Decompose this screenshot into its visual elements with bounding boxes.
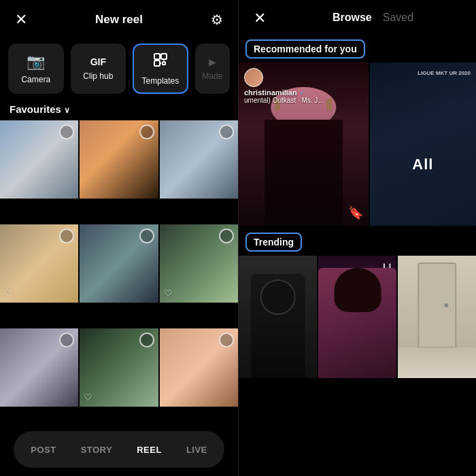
right-close-button[interactable]: ✕ xyxy=(250,10,270,27)
right-header: ✕ Browse Saved xyxy=(239,0,476,37)
user-name-row: christinamilian ✓ xyxy=(244,88,326,97)
grid-cell-1[interactable] xyxy=(0,120,78,199)
select-circle[interactable] xyxy=(219,228,234,243)
nav-live[interactable]: LIVE xyxy=(181,441,213,459)
settings-button[interactable]: ⚙ xyxy=(207,10,227,30)
grid-cell-4[interactable]: ♡ xyxy=(0,224,78,303)
tab-made[interactable]: ▶ Made xyxy=(195,44,230,94)
page-title: New reel xyxy=(31,13,207,27)
user-info: christinamilian ✓ umental) Outkast · Ms.… xyxy=(244,68,326,104)
select-circle[interactable] xyxy=(139,333,154,347)
favourites-label: Favourites xyxy=(10,103,61,115)
tab-saved[interactable]: Saved xyxy=(383,12,413,25)
trending-card-1[interactable] xyxy=(239,256,317,378)
made-icon: ▶ xyxy=(209,56,216,67)
grid-cell-2[interactable] xyxy=(80,120,158,199)
select-circle[interactable] xyxy=(219,333,234,347)
heart-icon: ♡ xyxy=(4,288,13,299)
league-badge: LIGUE MKT UR 2020 xyxy=(418,69,471,77)
grid-cell-3[interactable] xyxy=(160,120,238,199)
nav-story[interactable]: STORY xyxy=(75,441,118,459)
user-avatar xyxy=(244,68,263,87)
tab-row: 📷 Camera GIF Clip hub Templates ▶ M xyxy=(0,39,238,101)
svg-rect-1 xyxy=(161,54,167,59)
template-card-1[interactable]: christinamilian ✓ umental) Outkast · Ms.… xyxy=(239,63,369,226)
recommended-section-label: Recommended for you xyxy=(245,39,365,58)
tab-templates-label: Templates xyxy=(142,76,180,86)
tab-camera[interactable]: 📷 Camera xyxy=(8,44,64,94)
grid-cell-7[interactable] xyxy=(0,328,78,407)
door xyxy=(418,262,457,348)
tab-made-label: Made xyxy=(202,71,222,81)
nav-post[interactable]: POST xyxy=(25,441,61,459)
left-header: ✕ New reel ⚙ xyxy=(0,0,238,39)
select-circle[interactable] xyxy=(139,124,154,139)
templates-area: Recommended for you xyxy=(239,37,476,476)
select-circle[interactable] xyxy=(219,124,234,139)
verified-badge: ✓ xyxy=(299,89,305,97)
bottom-nav: POST STORY REEL LIVE xyxy=(14,431,224,468)
bookmark-icon[interactable]: 🔖 xyxy=(348,205,363,220)
svg-rect-3 xyxy=(163,62,165,65)
right-tabs: Browse Saved xyxy=(281,12,465,25)
favourites-bar[interactable]: Favourites ∨ xyxy=(0,101,238,120)
grid-cell-9[interactable] xyxy=(160,328,238,407)
tab-browse[interactable]: Browse xyxy=(333,12,372,25)
chevron-down-icon: ∨ xyxy=(64,105,70,115)
camera-icon: 📷 xyxy=(27,53,45,71)
select-circle[interactable] xyxy=(59,124,74,139)
grid-cell-6[interactable]: ♡ xyxy=(160,224,238,303)
right-panel: ✕ Browse Saved Recommended for you xyxy=(238,0,476,476)
select-circle[interactable] xyxy=(59,333,74,347)
trending-card-2[interactable]: ليل xyxy=(318,256,396,378)
tab-clip-hub-label: Clip hub xyxy=(83,71,113,81)
grid-cell-8[interactable]: ♡ xyxy=(80,328,158,407)
select-circle[interactable] xyxy=(139,228,154,243)
recommended-row: christinamilian ✓ umental) Outkast · Ms.… xyxy=(239,63,476,226)
trending-row: ليل xyxy=(239,256,476,378)
svg-rect-2 xyxy=(154,61,160,66)
trending-section-label: Trending xyxy=(245,233,302,252)
nav-reel[interactable]: REEL xyxy=(131,441,167,459)
tab-templates[interactable]: Templates xyxy=(133,44,188,94)
grid-cell-5[interactable] xyxy=(80,224,158,303)
gif-icon: GIF xyxy=(90,56,106,67)
template-card-2[interactable]: All LIGUE MKT UR 2020 xyxy=(370,63,476,226)
templates-icon xyxy=(152,52,169,72)
song-text: umental) Outkast · Ms. Ja... xyxy=(244,97,326,104)
close-button[interactable]: ✕ xyxy=(11,10,31,30)
left-panel: ✕ New reel ⚙ 📷 Camera GIF Clip hub xyxy=(0,0,238,476)
heart-icon: ♡ xyxy=(84,392,92,403)
tab-camera-label: Camera xyxy=(21,75,50,84)
username: christinamilian xyxy=(244,88,297,97)
svg-rect-0 xyxy=(154,54,160,59)
heart-icon: ♡ xyxy=(164,288,173,299)
select-circle[interactable] xyxy=(59,228,74,243)
trending-card-3[interactable] xyxy=(398,256,476,378)
photo-grid: ♡ ♡ ♡ xyxy=(0,120,238,431)
tab-clip-hub[interactable]: GIF Clip hub xyxy=(71,44,126,94)
jersey-text: All xyxy=(412,156,433,173)
